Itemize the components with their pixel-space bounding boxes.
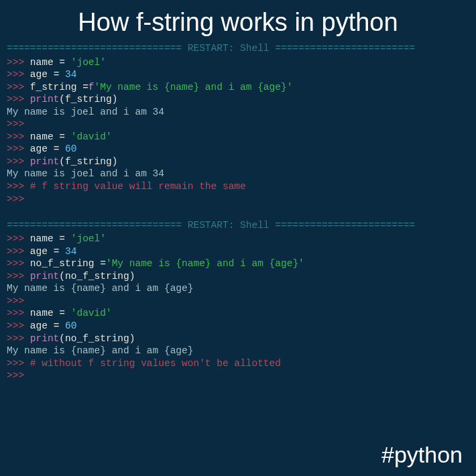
code-line: >>> print(f_string)	[7, 156, 469, 168]
output-line: My name is {name} and i am {age}	[7, 282, 469, 295]
code-line: >>>	[7, 193, 469, 206]
output-line: My name is joel and i am 34	[7, 168, 469, 180]
code-line: >>> age = 34	[7, 245, 469, 258]
code-line: >>> name = 'david'	[7, 307, 469, 320]
code-line: >>> print(no_f_string)	[7, 270, 469, 283]
code-line: >>> name = 'joel'	[7, 56, 469, 69]
code-line: >>> name = 'joel'	[7, 233, 469, 245]
code-line: >>> age = 60	[7, 320, 469, 333]
page-title: How f-string works in python	[0, 0, 476, 41]
code-line: >>> no_f_string ='My name is {name} and …	[7, 257, 469, 270]
code-line: >>> f_string =f'My name is {name} and i …	[7, 81, 469, 94]
code-line: >>>	[7, 369, 469, 382]
code-line: >>> # without f string values won't be a…	[7, 357, 469, 370]
code-line: >>>	[7, 118, 469, 131]
blank-line	[7, 205, 469, 218]
output-line: My name is {name} and i am {age}	[7, 345, 469, 357]
code-line: >>> # f string value will remain the sam…	[7, 180, 469, 193]
restart-divider: ============================== RESTART: …	[7, 42, 469, 55]
hashtag-label: #python	[381, 442, 463, 468]
restart-divider: ============================== RESTART: …	[7, 219, 469, 232]
code-line: >>> age = 60	[7, 143, 469, 156]
code-block-1: ============================== RESTART: …	[0, 42, 476, 382]
code-line: >>>	[7, 295, 469, 308]
output-line: My name is joel and i am 34	[7, 106, 469, 119]
code-line: >>> print(f_string)	[7, 93, 469, 106]
code-line: >>> name = 'david'	[7, 131, 469, 143]
code-line: >>> age = 34	[7, 68, 469, 81]
code-line: >>> print(no_f_string)	[7, 333, 469, 345]
